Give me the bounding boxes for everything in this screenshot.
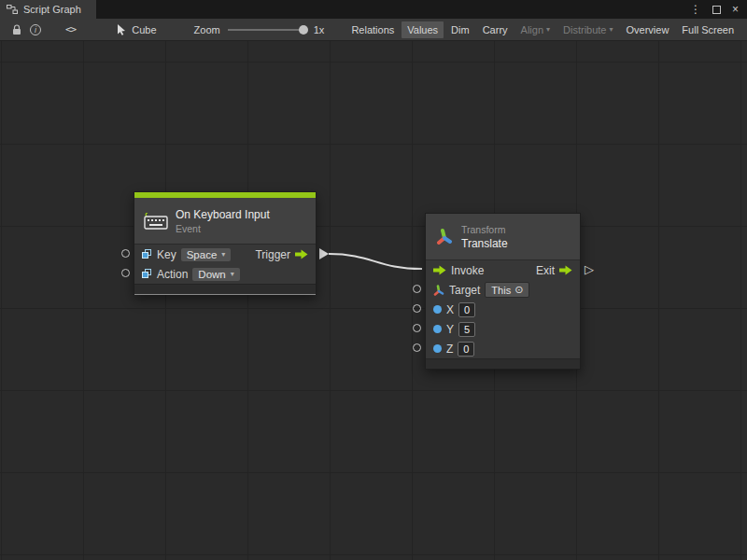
target-port-row: Target This ⊙ (426, 280, 580, 300)
cursor-icon (117, 24, 127, 35)
chevron-down-icon: ▾ (221, 250, 225, 259)
z-ext-port[interactable] (413, 343, 421, 352)
node-translate[interactable]: Transform Translate Invoke Exit (425, 213, 581, 370)
target-value: This (491, 285, 511, 296)
key-dropdown[interactable]: Space ▾ (181, 248, 232, 261)
key-ext-port[interactable] (121, 249, 130, 258)
target-object-label: Cube (132, 24, 156, 35)
object-picker-icon: ⊙ (514, 284, 523, 296)
key-port-row: Key Space ▾ Trigger (134, 245, 316, 264)
window-controls: ⋮ × (690, 0, 747, 19)
zoom-slider[interactable] (228, 24, 306, 35)
node-header: On Keyboard Input Event (134, 198, 316, 245)
align-button[interactable]: Align ▾ (515, 21, 556, 38)
zoom-slider-track (228, 29, 306, 31)
connection-wire (0, 41, 747, 560)
distribute-label: Distribute (563, 24, 606, 35)
graph-icon (7, 4, 18, 15)
zoom-value: 1x (314, 24, 325, 35)
chevron-down-icon: ▾ (231, 270, 234, 278)
exit-label: Exit (536, 264, 555, 277)
key-dropdown-value: Space (187, 249, 218, 260)
action-dropdown-value: Down (198, 269, 225, 280)
menu-icon[interactable]: ⋮ (690, 4, 701, 15)
node-subtitle: Event (176, 223, 270, 234)
chevron-down-icon: ▾ (546, 25, 550, 34)
code-icon[interactable]: <> (65, 23, 76, 35)
node-header: Transform Translate (426, 214, 580, 260)
value-port-icon (142, 249, 152, 259)
graph-canvas[interactable]: On Keyboard Input Event Key Space ▾ Tr (0, 41, 747, 560)
chevron-down-icon: ▾ (610, 25, 613, 34)
values-button[interactable]: Values (402, 21, 444, 38)
zoom-label: Zoom (194, 24, 220, 35)
x-value-input[interactable]: 0 (458, 302, 475, 317)
toolbar: i <> Cube Zoom 1x Relations Values Dim C… (0, 19, 747, 41)
z-label: Z (446, 343, 453, 356)
relations-button[interactable]: Relations (345, 21, 400, 38)
distribute-button[interactable]: Distribute ▾ (557, 21, 618, 38)
action-label: Action (157, 268, 188, 281)
y-value-input[interactable]: 5 (458, 322, 475, 337)
x-port-row: X 0 (426, 300, 580, 319)
overview-button[interactable]: Overview (621, 21, 675, 38)
trigger-port-icon[interactable] (295, 249, 308, 259)
value-dot-icon (433, 325, 442, 333)
action-port-row: Action Down ▾ (134, 264, 316, 284)
value-dot-icon (433, 344, 442, 353)
node-on-keyboard-input[interactable]: On Keyboard Input Event Key Space ▾ Tr (134, 191, 317, 295)
y-port-row: Y 5 (426, 319, 580, 339)
node-footer (134, 284, 316, 294)
dim-button[interactable]: Dim (445, 21, 475, 38)
carry-button[interactable]: Carry (477, 21, 514, 38)
invoke-port-icon[interactable] (433, 265, 446, 275)
toolbar-buttons: Relations Values Dim Carry Align ▾ Distr… (345, 21, 740, 38)
tab-label: Script Graph (23, 4, 81, 15)
script-graph-window: Script Graph ⋮ × i <> Cube (0, 0, 747, 560)
zoom-control: Zoom 1x (194, 24, 325, 35)
key-label: Key (157, 248, 176, 261)
invoke-exit-row: Invoke Exit (426, 260, 580, 280)
titlebar: Script Graph ⋮ × (0, 0, 747, 19)
fullscreen-button[interactable]: Full Screen (676, 21, 740, 38)
action-ext-port[interactable] (121, 269, 130, 277)
node-category: Transform (461, 224, 508, 235)
x-label: X (446, 303, 454, 316)
maximize-icon[interactable] (712, 6, 721, 14)
tab-script-graph[interactable]: Script Graph (0, 0, 96, 19)
node-footer (426, 358, 580, 369)
node-title: On Keyboard Input (176, 208, 270, 221)
target-ext-port[interactable] (413, 285, 421, 293)
exit-port-icon[interactable] (559, 265, 572, 275)
lock-icon[interactable] (7, 21, 26, 39)
transform-icon (435, 228, 454, 246)
z-port-row: Z 0 (426, 339, 580, 358)
y-ext-port[interactable] (413, 324, 421, 332)
invoke-label: Invoke (451, 264, 484, 277)
target-label: Target (449, 284, 480, 297)
close-icon[interactable]: × (732, 4, 739, 15)
value-port-icon (142, 269, 152, 279)
graph-target[interactable]: Cube (117, 24, 156, 35)
trigger-label: Trigger (255, 248, 290, 261)
y-label: Y (446, 323, 454, 336)
info-icon[interactable]: i (26, 21, 45, 39)
action-dropdown[interactable]: Down ▾ (192, 268, 239, 281)
axis-icon (433, 285, 444, 296)
value-dot-icon (433, 305, 442, 314)
keyboard-icon (144, 213, 168, 230)
exit-ext-port[interactable]: ▷ (585, 263, 594, 275)
z-value-input[interactable]: 0 (458, 342, 474, 357)
target-object-picker[interactable]: This ⊙ (485, 282, 529, 298)
node-title: Translate (461, 237, 508, 250)
zoom-slider-knob[interactable] (299, 25, 308, 35)
x-ext-port[interactable] (413, 304, 421, 313)
align-label: Align (521, 24, 543, 35)
